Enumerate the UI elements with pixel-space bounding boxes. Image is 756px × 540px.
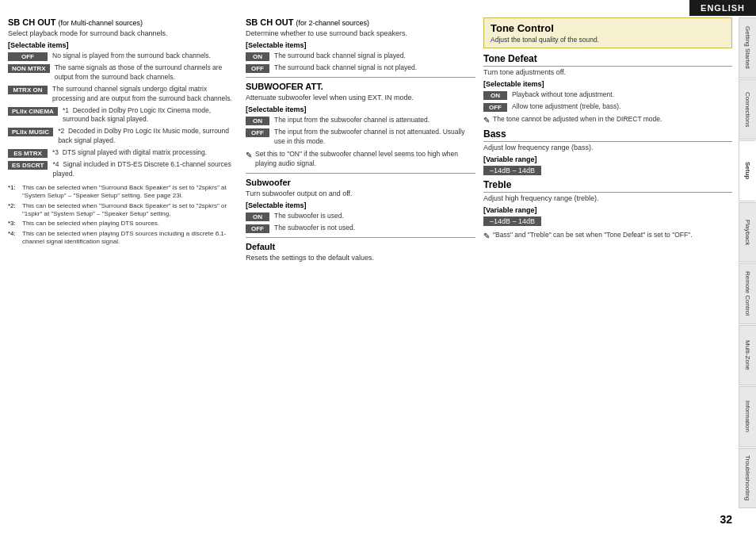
badge-on-td: ON xyxy=(483,91,507,100)
badge-es-dscrt: ES DSCRT xyxy=(8,161,48,170)
tab-troubleshooting[interactable]: Troubleshooting xyxy=(739,448,756,509)
bass-sub: Adjust low frequency range (bass). xyxy=(483,144,732,151)
divider-2 xyxy=(246,173,475,174)
badge-on-1: ON xyxy=(246,52,269,61)
item-on-3-text: The subwoofer is used. xyxy=(274,212,344,221)
item-on-1-text: The surround back channel signal is play… xyxy=(274,52,406,61)
note-bass-treble: ✎ "Bass" and "Treble" can be set when "T… xyxy=(483,231,732,240)
list-item: PLIIx MUSIC *2 Decoded in Dolby Pro Logi… xyxy=(8,127,238,146)
tab-connections[interactable]: Connections xyxy=(739,79,756,140)
col-mid-subtitle: Determine whether to use surround back s… xyxy=(246,29,475,37)
item-off-td-text: Allow tone adjustment (treble, bass). xyxy=(512,102,620,112)
badge-es-mtrx: ES MTRX xyxy=(8,149,48,158)
list-item: ON Playback without tone adjustment. xyxy=(483,90,732,100)
badge-on-2: ON xyxy=(246,117,269,125)
list-item: ES DSCRT *4 Signal included in DTS-ES Di… xyxy=(8,160,238,179)
divider-3 xyxy=(246,237,475,238)
tab-information[interactable]: Information xyxy=(739,386,756,447)
list-item: ES MTRX *3 DTS signal played with digita… xyxy=(8,148,238,158)
col-left-selectable: [Selectable items] xyxy=(8,41,238,49)
item-on-2-text: The input from the subwoofer channel is … xyxy=(274,116,430,125)
item-es-dscrt-text: *4 Signal included in DTS-ES Discrete 6.… xyxy=(52,160,238,179)
subwoofer-att-title: SUBWOOFER ATT. xyxy=(246,82,475,91)
item-off-2-text: The input from the subwoofer channel is … xyxy=(274,128,475,147)
item-non-mtrx-text: The same signals as those of the surroun… xyxy=(55,63,238,82)
tone-defeat-sub: Turn tone adjustments off. xyxy=(483,68,732,76)
bass-title: Bass xyxy=(483,128,732,142)
list-item: OFF The surround back channel signal is … xyxy=(246,63,475,73)
col-mid-selectable2: [Selectable items] xyxy=(246,105,475,113)
divider-1 xyxy=(246,77,475,78)
note-subwoofer-att-text: Set this to "ON" if the subwoofer channe… xyxy=(255,150,475,169)
treble-range-val: –14dB – 14dB xyxy=(483,216,541,226)
badge-mtrx-on: MTRX ON xyxy=(8,86,48,94)
bass-variable-range-label: [Variable range] xyxy=(483,155,732,163)
side-tabs: Getting Started Connections Setup Playba… xyxy=(739,17,756,509)
item-off-1-text: The surround back channel signal is not … xyxy=(274,63,417,73)
footnote-4: *4: This can be selected when playing DT… xyxy=(8,230,238,247)
list-item: OFF No signal is played from the surroun… xyxy=(8,52,238,61)
tone-box-sub: Adjust the tonal quality of the sound. xyxy=(491,36,725,44)
badge-on-3: ON xyxy=(246,213,269,221)
note-tone-defeat-text: The tone cannot be adjusted when in the … xyxy=(493,115,662,124)
bass-range-val: –14dB – 14dB xyxy=(483,166,541,175)
col-mid-selectable3: [Selectable items] xyxy=(246,201,475,209)
footnote-2: *2: This can be selected when "Surround … xyxy=(8,202,238,219)
item-mtrx-on-text: The surround channel signals undergo dig… xyxy=(52,85,238,104)
tab-setup[interactable]: Setup xyxy=(739,140,756,201)
col-left: SB CH OUT (for Multi-channel sources) Se… xyxy=(8,17,238,516)
page-number: 32 xyxy=(720,513,732,526)
list-item: OFF The subwoofer is not used. xyxy=(246,224,475,233)
tab-remote-control[interactable]: Remote Control xyxy=(739,263,756,324)
badge-pliix-cinema: PLIIx CINEMA xyxy=(8,107,58,116)
badge-off-3: OFF xyxy=(246,224,269,233)
col-mid-selectable1: [Selectable items] xyxy=(246,41,475,49)
note-tone-defeat: ✎ The tone cannot be adjusted when in th… xyxy=(483,115,732,124)
tone-control-box: Tone Control Adjust the tonal quality of… xyxy=(483,17,732,48)
tone-defeat-selectable: [Selectable items] xyxy=(483,80,732,88)
treble-sub: Adjust high frequency range (treble). xyxy=(483,194,732,202)
item-off-3-text: The subwoofer is not used. xyxy=(274,224,355,233)
subwoofer-att-sub: Attenuate subwoofer level when using EXT… xyxy=(246,94,475,101)
subwoofer-title: Subwoofer xyxy=(246,178,475,187)
tab-playback[interactable]: Playback xyxy=(739,202,756,263)
tone-defeat-title: Tone Defeat xyxy=(483,53,732,67)
pencil-icon-3: ✎ xyxy=(483,232,490,240)
tab-getting-started[interactable]: Getting Started xyxy=(739,17,756,79)
col-left-subtitle: Select playback mode for surround back c… xyxy=(8,29,238,37)
treble-range-row: –14dB – 14dB xyxy=(483,216,732,226)
col-left-title: SB CH OUT (for Multi-channel sources) xyxy=(8,17,238,27)
list-item: ON The input from the subwoofer channel … xyxy=(246,116,475,125)
badge-off-td: OFF xyxy=(483,103,507,112)
treble-variable-range-label: [Variable range] xyxy=(483,206,732,214)
list-item: OFF The input from the subwoofer channel… xyxy=(246,128,475,147)
col-mid-title: SB CH OUT (for 2-channel sources) xyxy=(246,17,475,27)
list-item: ON The subwoofer is used. xyxy=(246,212,475,221)
default-title: Default xyxy=(246,242,475,251)
subwoofer-sub: Turn subwoofer output on and off. xyxy=(246,190,475,197)
note-subwoofer-att: ✎ Set this to "ON" if the subwoofer chan… xyxy=(246,150,475,169)
pencil-icon-1: ✎ xyxy=(246,151,252,159)
bass-range-row: –14dB – 14dB xyxy=(483,166,732,175)
default-sub: Resets the settings to the default value… xyxy=(246,254,475,262)
badge-off: OFF xyxy=(8,52,48,61)
col-right: Tone Control Adjust the tonal quality of… xyxy=(483,17,732,516)
item-pliix-cinema-text: *1 Decoded in Dolby Pro Logic IIx Cinema… xyxy=(63,106,238,125)
note-bass-treble-text: "Bass" and "Treble" can be set when "Ton… xyxy=(493,231,693,240)
footnote-3: *3: This can be selected when playing DT… xyxy=(8,220,238,228)
list-item: NON MTRX The same signals as those of th… xyxy=(8,63,238,82)
item-es-mtrx-text: *3 DTS signal played with digital matrix… xyxy=(52,148,207,158)
tab-multi-zone[interactable]: Multi-Zone xyxy=(739,325,756,386)
list-item: ON The surround back channel signal is p… xyxy=(246,52,475,61)
col-mid: SB CH OUT (for 2-channel sources) Determ… xyxy=(246,17,475,516)
badge-off-2: OFF xyxy=(246,128,269,137)
tone-box-title: Tone Control xyxy=(491,22,725,34)
pencil-icon-2: ✎ xyxy=(483,116,490,124)
badge-pliix-music: PLIIx MUSIC xyxy=(8,128,53,136)
item-pliix-music-text: *2 Decoded in Dolby Pro Logic IIx Music … xyxy=(58,127,238,146)
main-content: SB CH OUT (for Multi-channel sources) Se… xyxy=(8,17,732,516)
list-item: OFF Allow tone adjustment (treble, bass)… xyxy=(483,102,732,112)
treble-title: Treble xyxy=(483,179,732,193)
item-off-text: No signal is played from the surround ba… xyxy=(52,52,211,61)
list-item: PLIIx CINEMA *1 Decoded in Dolby Pro Log… xyxy=(8,106,238,125)
